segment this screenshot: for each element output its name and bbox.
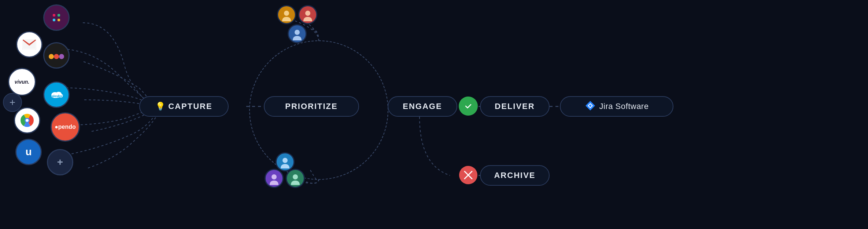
archive-pill[interactable]: ARCHIVE (480, 165, 550, 186)
engage-label: ENGAGE (403, 102, 442, 111)
svg-point-24 (295, 30, 300, 35)
svg-point-21 (26, 119, 29, 122)
x-badge (459, 166, 478, 185)
archive-label: ARCHIVE (494, 171, 535, 180)
jira-logo-icon (585, 100, 596, 113)
svg-rect-6 (53, 14, 55, 17)
svg-point-28 (463, 101, 473, 111)
capture-lightbulb-icon: 💡 (155, 102, 165, 111)
gmail-icon[interactable] (16, 31, 43, 58)
avatar-1 (277, 5, 296, 24)
svg-point-13 (59, 54, 64, 59)
svg-point-11 (49, 54, 54, 59)
slack-icon[interactable] (43, 4, 70, 31)
vivun-icon[interactable]: vivun. (8, 68, 36, 96)
plus2-icon[interactable]: + (47, 149, 73, 175)
prioritize-label: PRIORITIZE (285, 102, 337, 111)
prioritize-pill[interactable]: PRIORITIZE (264, 96, 359, 117)
jira-pill[interactable]: Jira Software (560, 96, 673, 117)
capture-label: CAPTURE (168, 102, 212, 111)
avatar-2 (298, 5, 317, 24)
plus-main-icon[interactable]: + (3, 93, 22, 112)
uservoice-icon[interactable]: u (15, 139, 42, 165)
deliver-label: DELIVER (495, 102, 535, 111)
monday-icon[interactable] (43, 42, 70, 69)
svg-rect-9 (58, 19, 60, 21)
avatar-4 (265, 169, 284, 188)
salesforce-icon[interactable]: salesforce (43, 81, 70, 108)
capture-pill[interactable]: 💡 CAPTURE (139, 96, 229, 117)
check-badge (459, 97, 478, 116)
avatar-5 (286, 169, 305, 188)
chrome-icon[interactable] (14, 107, 40, 134)
svg-point-22 (284, 11, 289, 16)
svg-point-23 (305, 11, 310, 16)
svg-text:salesforce: salesforce (50, 94, 64, 98)
avatar-6 (276, 152, 295, 171)
jira-label: Jira Software (599, 102, 649, 111)
engage-pill[interactable]: ENGAGE (388, 96, 457, 117)
svg-point-25 (272, 174, 277, 179)
avatar-3 (288, 24, 307, 43)
deliver-pill[interactable]: DELIVER (480, 96, 550, 117)
svg-point-26 (293, 174, 298, 179)
pendo-icon[interactable]: ●pendo (51, 112, 80, 142)
svg-rect-8 (58, 14, 60, 17)
svg-rect-7 (53, 19, 55, 21)
svg-point-27 (282, 158, 288, 163)
svg-point-12 (54, 54, 59, 59)
